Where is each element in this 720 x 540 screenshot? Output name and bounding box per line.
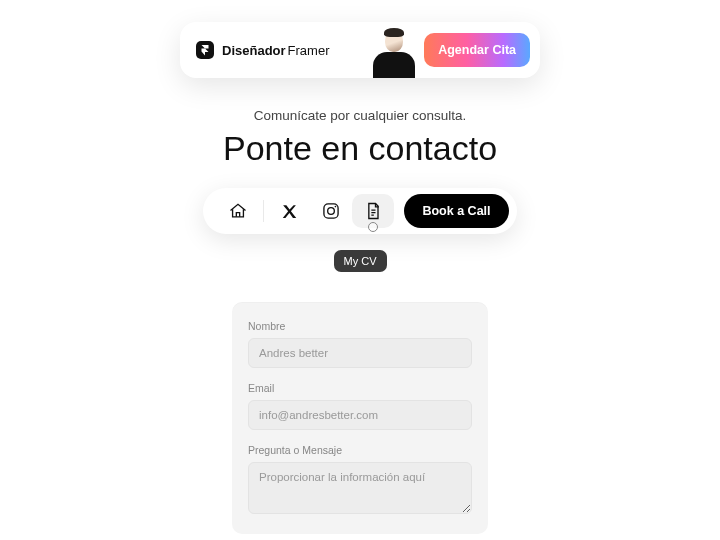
brand-label: DiseñadorFramer [222, 43, 329, 58]
book-a-call-button[interactable]: Book a Call [404, 194, 508, 228]
instagram-icon [321, 201, 341, 221]
framer-logo-icon [196, 41, 214, 59]
message-label: Pregunta o Mensaje [248, 444, 472, 456]
nav-home[interactable] [217, 194, 259, 228]
nav-x[interactable] [268, 194, 310, 228]
contact-form: Nombre Email Pregunta o Mensaje [232, 302, 488, 534]
nav-cv[interactable] [352, 194, 394, 228]
document-icon [363, 201, 383, 221]
schedule-cta-button[interactable]: Agendar Cita [424, 33, 530, 67]
svg-point-1 [328, 208, 335, 215]
home-icon [228, 201, 248, 221]
navbar: Book a Call [203, 188, 516, 234]
name-label: Nombre [248, 320, 472, 332]
page-title: Ponte en contacto [223, 129, 497, 168]
top-promo-card: DiseñadorFramer Agendar Cita [180, 22, 540, 78]
email-input[interactable] [248, 400, 472, 430]
email-label: Email [248, 382, 472, 394]
brand-bold: Diseñador [222, 43, 288, 58]
page-subtitle: Comunícate por cualquier consulta. [254, 108, 466, 123]
message-input[interactable] [248, 462, 472, 514]
x-icon [281, 203, 298, 220]
avatar [372, 26, 416, 78]
name-input[interactable] [248, 338, 472, 368]
nav-tooltip: My CV [334, 250, 387, 272]
brand-light: Framer [288, 43, 330, 58]
nav-instagram[interactable] [310, 194, 352, 228]
svg-point-2 [335, 206, 337, 208]
nav-separator [263, 200, 264, 222]
